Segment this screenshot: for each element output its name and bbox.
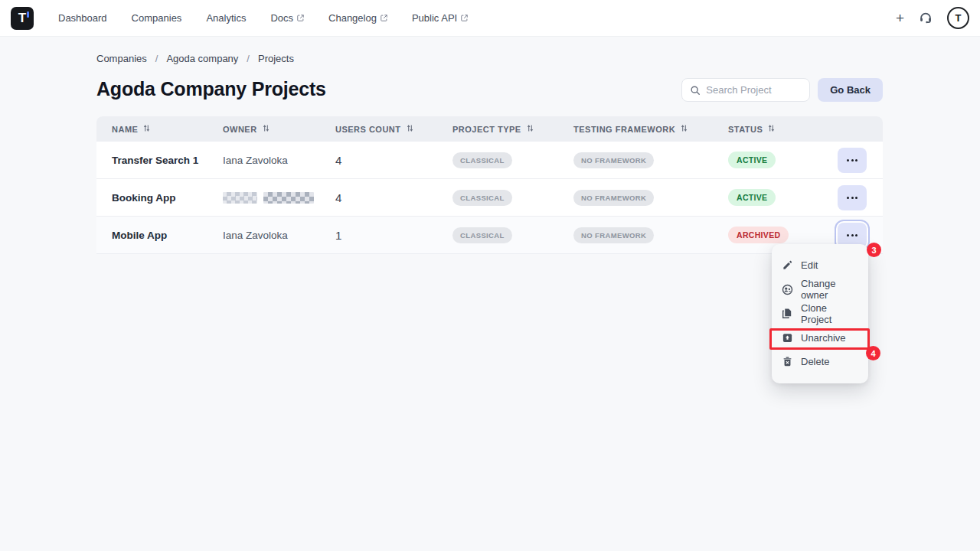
- breadcrumb-separator: /: [155, 53, 158, 64]
- toolbar: Go Back: [681, 78, 883, 102]
- status-badge: ARCHIVED: [728, 227, 789, 243]
- external-link-icon: [381, 12, 387, 24]
- change-owner-icon: [782, 284, 793, 295]
- unarchive-icon: [782, 332, 793, 344]
- logo-accent: [27, 11, 29, 18]
- project-name: Transfer Search 1: [112, 155, 223, 166]
- menu-item-edit[interactable]: Edit: [772, 253, 868, 278]
- annotation-step-badge: 3: [867, 243, 881, 257]
- sort-arrows-icon: [767, 124, 776, 134]
- table-row: Transfer Search 1 Iana Zavoloka 4 CLASSI…: [96, 142, 883, 179]
- user-avatar[interactable]: T: [947, 7, 969, 29]
- edit-icon: [782, 259, 793, 271]
- sort-arrows-icon: [142, 124, 151, 134]
- testing-framework-badge: NO FRAMEWORK: [573, 190, 654, 206]
- breadcrumb-agoda-company[interactable]: Agoda company: [166, 53, 238, 64]
- menu-item-clone-project[interactable]: Clone Project: [772, 302, 868, 326]
- search-box: [681, 78, 810, 102]
- ellipsis-icon: [847, 159, 849, 161]
- nav-item-companies[interactable]: Companies: [132, 12, 182, 24]
- project-owner: Iana Zavoloka: [223, 155, 335, 166]
- users-count: 4: [335, 191, 452, 204]
- projects-table: NAME OWNER USERS COUNT PROJECT TYPE TEST…: [96, 116, 883, 254]
- menu-item-change-owner[interactable]: Change owner: [772, 278, 868, 302]
- status-badge: ACTIVE: [728, 152, 776, 168]
- breadcrumb-projects[interactable]: Projects: [258, 53, 294, 64]
- nav-item-docs[interactable]: Docs: [270, 12, 304, 24]
- row-actions-button[interactable]: [838, 185, 867, 210]
- search-input[interactable]: [706, 84, 802, 96]
- column-header-testing-framework[interactable]: TESTING FRAMEWORK: [573, 124, 728, 134]
- row-actions-button[interactable]: [838, 148, 867, 173]
- external-link-icon: [297, 12, 304, 24]
- project-type-badge: CLASSICAL: [452, 227, 512, 243]
- sort-arrows-icon: [680, 124, 688, 134]
- avatar-logo: T: [956, 12, 962, 24]
- status-badge: ACTIVE: [728, 189, 776, 206]
- users-count: 4: [335, 154, 452, 167]
- search-icon: [690, 85, 701, 96]
- go-back-button[interactable]: Go Back: [818, 78, 883, 102]
- testing-framework-badge: NO FRAMEWORK: [573, 152, 654, 168]
- clone-project-icon: [782, 308, 793, 319]
- project-owner: Iana Zavoloka: [223, 230, 335, 241]
- sort-arrows-icon: [262, 124, 270, 134]
- project-name: Booking App: [112, 192, 223, 204]
- column-header-users-count[interactable]: USERS COUNT: [335, 124, 452, 134]
- users-count: 1: [335, 229, 452, 242]
- nav-right-actions: + T: [896, 7, 969, 29]
- app-logo[interactable]: T: [11, 7, 34, 30]
- top-nav: T Dashboard Companies Analytics Docs Cha…: [0, 0, 980, 37]
- nav-item-dashboard[interactable]: Dashboard: [58, 12, 107, 24]
- column-header-owner[interactable]: OWNER: [223, 124, 335, 134]
- breadcrumb-companies[interactable]: Companies: [96, 53, 147, 64]
- column-header-status[interactable]: STATUS: [728, 124, 838, 134]
- nav-item-public-api[interactable]: Public API: [412, 12, 468, 24]
- sort-arrows-icon: [526, 124, 534, 134]
- nav-item-changelog[interactable]: Changelog: [328, 12, 387, 24]
- project-owner-redacted: [223, 192, 335, 204]
- ellipsis-icon: [847, 197, 849, 199]
- project-type-badge: CLASSICAL: [452, 190, 512, 206]
- project-name: Mobile App: [112, 230, 223, 241]
- support-icon[interactable]: [919, 11, 933, 25]
- page-title: Agoda Company Projects: [96, 78, 326, 100]
- row-context-menu: Edit Change owner Clone Project Unarchiv…: [772, 244, 868, 383]
- app-logo-letter: T: [18, 11, 26, 26]
- testing-framework-badge: NO FRAMEWORK: [573, 227, 654, 243]
- column-header-name[interactable]: NAME: [112, 124, 223, 134]
- project-type-badge: CLASSICAL: [452, 152, 512, 168]
- menu-item-unarchive[interactable]: Unarchive: [772, 326, 868, 350]
- app-window: T Dashboard Companies Analytics Docs Cha…: [0, 0, 980, 551]
- annotation-step-badge: 4: [866, 346, 880, 360]
- nav-menu: Dashboard Companies Analytics Docs Chang…: [58, 12, 468, 24]
- breadcrumb: Companies / Agoda company / Projects: [96, 53, 294, 64]
- ellipsis-icon: [847, 234, 849, 236]
- plus-icon[interactable]: +: [896, 11, 904, 25]
- column-header-project-type[interactable]: PROJECT TYPE: [452, 124, 573, 134]
- table-header-row: NAME OWNER USERS COUNT PROJECT TYPE TEST…: [96, 116, 883, 142]
- sort-arrows-icon: [406, 124, 414, 134]
- table-row: Mobile App Iana Zavoloka 1 CLASSICAL NO …: [96, 217, 883, 254]
- delete-icon: [782, 356, 793, 367]
- table-row: Booking App 4 CLASSICAL NO FRAMEWORK ACT…: [96, 179, 883, 217]
- menu-item-delete[interactable]: Delete: [772, 350, 868, 374]
- external-link-icon: [461, 12, 468, 24]
- breadcrumb-separator: /: [247, 53, 250, 64]
- nav-item-analytics[interactable]: Analytics: [206, 12, 246, 24]
